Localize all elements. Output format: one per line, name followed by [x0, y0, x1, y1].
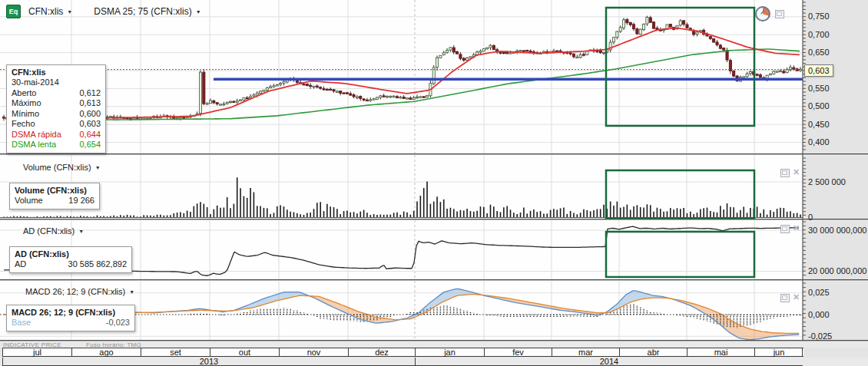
- price-axis-label: 0,400: [808, 137, 830, 147]
- tooltip-row: Máximo0,613: [12, 98, 101, 109]
- equity-badge-icon: Eq: [6, 5, 21, 18]
- ad-axis-label: 30 000 000,000: [808, 226, 866, 235]
- tooltip-row: Mínimo0,600: [12, 109, 101, 120]
- month-cell: ago: [71, 348, 141, 357]
- price-axis-label: 0,450: [808, 120, 830, 129]
- chevron-down-icon: ▼: [196, 9, 201, 15]
- year-axis: 20132014: [0, 358, 868, 366]
- price-axis-label: 0,500: [808, 101, 830, 110]
- tooltip-row: DSMA lenta0,654: [12, 140, 101, 150]
- tooltip-row-value: 0,654: [79, 140, 101, 150]
- volume-axis-label: 2 500 000: [808, 177, 846, 186]
- macd-panel-title: MACD 26; 12; 9 (CFN:xlis): [25, 287, 125, 296]
- overlay-selector-label: DSMA 25; 75 (CFN:xlis): [94, 6, 191, 17]
- price-tooltip-title: CFN:xlis: [12, 68, 101, 77]
- volume-tooltip-title: Volume (CFN:xlis): [15, 186, 94, 195]
- chevron-down-icon: ▼: [129, 289, 134, 295]
- tooltip-row-label: DSMA rápida: [12, 130, 61, 140]
- symbol-selector[interactable]: CFN:xlis ▼: [25, 5, 75, 18]
- ad-panel-dropdown[interactable]: AD (CFN:xlis) ▼: [23, 226, 84, 236]
- volume-panel-dropdown[interactable]: Volume (CFN:xlis) ▼: [23, 163, 101, 172]
- volume-panel-title: Volume (CFN:xlis): [23, 163, 91, 172]
- tooltip-row-label: DSMA lenta: [12, 140, 56, 150]
- month-cell: set: [141, 348, 210, 357]
- price-axis-label: 0,700: [808, 30, 830, 39]
- tooltip-row-value: 0,612: [79, 88, 101, 99]
- price-axis-label: 0,750: [808, 12, 830, 21]
- restore-window-icon[interactable]: [780, 225, 790, 233]
- month-axis: julagosetoutnovdezjanfevmarabrmaijun: [0, 348, 868, 358]
- tooltip-row-label: Volume: [15, 196, 43, 206]
- tooltip-row: Aberto0,612: [12, 88, 101, 99]
- month-cell: dez: [348, 348, 415, 357]
- tooltip-row: Base-0,023: [12, 318, 130, 328]
- macd-axis-label: -0,025: [808, 331, 832, 341]
- last-price-marker: 0,603: [804, 64, 833, 77]
- overlay-selector[interactable]: DSMA 25; 75 (CFN:xlis) ▼: [91, 5, 204, 18]
- month-cell: abr: [619, 348, 687, 357]
- chevron-down-icon: ▼: [67, 9, 72, 15]
- tooltip-row-value: 0,600: [79, 109, 101, 120]
- tooltip-row-label: Aberto: [12, 88, 36, 99]
- price-axis-label: 0,550: [808, 84, 830, 93]
- month-cell: jun: [754, 348, 803, 357]
- macd-panel-dropdown[interactable]: MACD 26; 12; 9 (CFN:xlis) ▼: [25, 287, 134, 296]
- tooltip-row-label: Fecho: [12, 119, 35, 130]
- tooltip-row-label: AD: [15, 259, 26, 270]
- price-tooltip: CFN:xlis 30-mai-2014 Aberto0,612Máximo0,…: [6, 64, 106, 153]
- volume-axis-label: 0: [808, 213, 813, 222]
- macd-axis-label: 0,025: [808, 288, 830, 297]
- chevron-down-icon: ▼: [95, 165, 101, 170]
- month-cell: out: [210, 348, 279, 357]
- ad-axis-label: 20 000 000,000: [808, 266, 866, 275]
- restore-window-icon[interactable]: [780, 294, 790, 302]
- tooltip-row-value: 30 585 862,892: [68, 259, 127, 270]
- close-panel-icon[interactable]: ✕: [793, 293, 800, 301]
- close-panel-icon[interactable]: ✕: [793, 224, 800, 232]
- month-cell: jul: [2, 348, 71, 357]
- macd-tooltip-title: MACD 26; 12; 9 (CFN:xlis): [12, 308, 130, 317]
- ad-panel-title: AD (CFN:xlis): [23, 226, 75, 236]
- month-cell: fev: [484, 348, 552, 357]
- tooltip-row-value: -0,023: [106, 318, 130, 328]
- tooltip-row-label: Mínimo: [12, 109, 39, 120]
- toolbar: Eq CFN:xlis ▼ DSMA 25; 75 (CFN:xlis) ▼: [0, 0, 803, 23]
- restore-window-icon[interactable]: [775, 10, 784, 18]
- month-cell: nov: [279, 348, 348, 357]
- month-cell: mar: [552, 348, 619, 357]
- macd-axis-label: 0,000: [808, 310, 830, 319]
- ad-tooltip: AD (CFN:xlis) AD30 585 862,892: [9, 246, 132, 273]
- ad-tooltip-title: AD (CFN:xlis): [15, 249, 127, 259]
- month-cell: jan: [415, 348, 484, 357]
- chart-application: Eq CFN:xlis ▼ DSMA 25; 75 (CFN:xlis) ▼ V…: [0, 0, 868, 366]
- tooltip-row-label: Base: [12, 318, 31, 328]
- year-cell: 2013: [2, 358, 415, 366]
- restore-window-icon[interactable]: [780, 169, 790, 177]
- tooltip-row-value: 0,644: [79, 130, 101, 140]
- clock-icon[interactable]: [755, 6, 770, 21]
- tooltip-row-value: 0,603: [79, 119, 101, 130]
- macd-tooltip: MACD 26; 12; 9 (CFN:xlis) Base-0,023: [6, 305, 135, 331]
- month-cell: mai: [687, 348, 754, 357]
- year-cell: 2014: [415, 358, 803, 366]
- price-axis-label: 0,650: [808, 48, 830, 57]
- tooltip-row-label: Máximo: [12, 98, 41, 109]
- price-tooltip-date: 30-mai-2014: [12, 77, 59, 88]
- tooltip-row: AD30 585 862,892: [15, 259, 127, 270]
- tooltip-row: Fecho0,603: [12, 119, 101, 130]
- month-axis-end: [802, 348, 803, 357]
- symbol-selector-label: CFN:xlis: [28, 6, 63, 17]
- close-panel-icon[interactable]: ✕: [793, 168, 800, 176]
- volume-tooltip: Volume (CFN:xlis) Volume19 266: [9, 183, 100, 209]
- tooltip-row: DSMA rápida0,644: [12, 130, 101, 140]
- tooltip-row-value: 19 266: [68, 196, 94, 206]
- tooltip-row: Volume19 266: [15, 196, 94, 206]
- tooltip-row-value: 0,613: [79, 98, 101, 109]
- chevron-down-icon: ▼: [78, 229, 84, 234]
